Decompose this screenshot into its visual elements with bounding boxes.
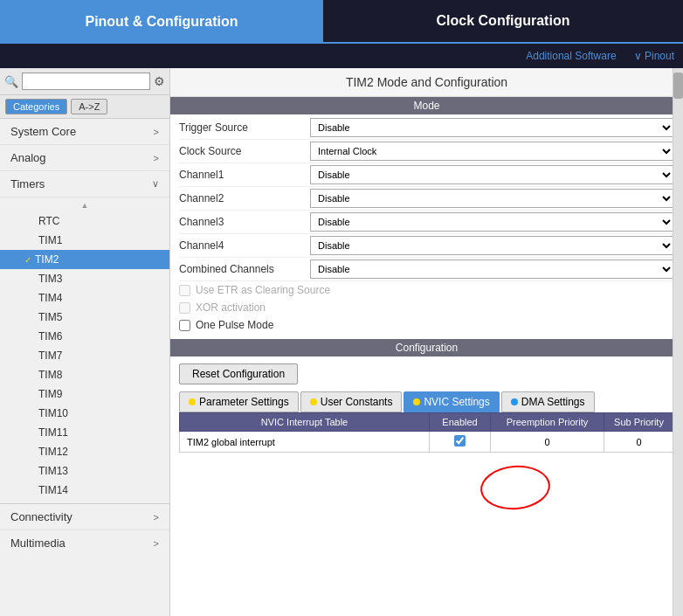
sidebar-sub-item-tim12[interactable]: TIM12 <box>0 442 169 461</box>
sidebar-sub-item-tim10[interactable]: TIM10 <box>0 404 169 423</box>
nvic-col-preemption: Preemption Priority <box>491 413 604 432</box>
sidebar-sub-item-tim7[interactable]: TIM7 <box>0 346 169 365</box>
config-label-2: Channel1 <box>179 169 310 181</box>
sidebar-sub-label-tim1: TIM1 <box>38 234 62 246</box>
reset-config-button[interactable]: Reset Configuration <box>179 363 298 384</box>
config-row-1: Clock SourceInternal Clock <box>179 140 674 163</box>
nvic-cell-enabled[interactable] <box>430 432 491 453</box>
config-select-1[interactable]: Internal Clock <box>310 142 674 161</box>
config-select-5[interactable]: Disable <box>310 236 674 255</box>
sidebar-sub-item-tim5[interactable]: TIM5 <box>0 308 169 327</box>
config-select-6[interactable]: Disable <box>310 260 674 279</box>
sidebar-item-multimedia-arrow: > <box>154 538 159 549</box>
nvic-enabled-checkbox[interactable] <box>454 435 466 446</box>
tab-parameter-label: Parameter Settings <box>199 396 289 408</box>
sidebar: 🔍 ⚙ Categories A->Z System Core > Analog… <box>0 68 170 616</box>
sidebar-sub-item-tim9[interactable]: TIM9 <box>0 384 169 404</box>
one-pulse-checkbox[interactable] <box>179 320 190 331</box>
sidebar-sub-label-tim5: TIM5 <box>38 311 62 323</box>
config-label-6: Combined Channels <box>179 263 310 275</box>
config-label-3: Channel2 <box>179 192 310 204</box>
pinout-link[interactable]: ∨ Pinout <box>634 50 674 62</box>
mode-section-header: Mode <box>170 97 683 114</box>
search-input[interactable] <box>22 73 150 90</box>
sidebar-sub-check-tim2: ✓ <box>24 255 31 265</box>
sidebar-sub-label-tim11: TIM11 <box>38 426 68 439</box>
sidebar-sub-label-tim7: TIM7 <box>38 350 62 362</box>
checkbox-one-pulse[interactable]: One Pulse Mode <box>179 316 674 334</box>
categories-button[interactable]: Categories <box>5 99 67 114</box>
scroll-up-icon: ▲ <box>81 201 89 210</box>
sidebar-sub-label-tim6: TIM6 <box>38 330 62 343</box>
sidebar-item-multimedia-label: Multimedia <box>10 536 66 550</box>
nvic-cell-sub-priority[interactable]: 0 <box>604 432 674 453</box>
tab-dma-settings[interactable]: DMA Settings <box>501 391 595 412</box>
config-select-0[interactable]: Disable <box>310 118 674 137</box>
sidebar-item-multimedia[interactable]: Multimedia > <box>0 529 169 556</box>
pinout-tab[interactable]: Pinout & Configuration <box>0 0 323 44</box>
tab-dot-parameter <box>189 398 196 405</box>
config-select-2[interactable]: Disable <box>310 165 674 184</box>
tab-user-constants[interactable]: User Constants <box>300 391 403 412</box>
clock-config-tab-label: Clock Configuration <box>437 13 570 29</box>
nvic-table: NVIC Interrupt Table Enabled Preemption … <box>179 412 674 453</box>
gear-icon[interactable]: ⚙ <box>154 74 165 88</box>
sidebar-item-system-core-label: System Core <box>10 125 76 138</box>
xor-checkbox[interactable] <box>179 302 190 314</box>
vertical-scrollbar[interactable] <box>673 68 683 616</box>
config-row-0: Trigger SourceDisable <box>179 116 674 140</box>
config-select-3[interactable]: Disable <box>310 189 674 208</box>
checkbox-etr[interactable]: Use ETR as Clearing Source <box>179 281 674 299</box>
sidebar-sub-label-tim8: TIM8 <box>38 369 62 381</box>
nvic-cell-name: TIM2 global interrupt <box>180 432 430 453</box>
sidebar-item-timers[interactable]: Timers ∨ <box>0 171 169 197</box>
config-rows: Trigger SourceDisableClock SourceInterna… <box>170 114 683 336</box>
sidebar-sub-item-tim3[interactable]: TIM3 <box>0 269 169 288</box>
sidebar-sub-label-rtc: RTC <box>38 215 59 227</box>
config-row-6: Combined ChannelsDisable <box>179 258 674 281</box>
content-title: TIM2 Mode and Configuration <box>170 68 683 97</box>
tab-dot-dma <box>511 398 518 405</box>
config-select-4[interactable]: Disable <box>310 212 674 232</box>
sidebar-item-analog-label: Analog <box>10 151 45 164</box>
tab-parameter-settings[interactable]: Parameter Settings <box>179 391 299 412</box>
tab-nvic-settings[interactable]: NVIC Settings <box>404 391 499 412</box>
additional-software-link[interactable]: Additional Software <box>526 50 616 62</box>
tab-dot-nvic <box>413 398 420 405</box>
sidebar-sub-item-tim2[interactable]: ✓TIM2 <box>0 250 169 269</box>
sidebar-sub-item-tim14[interactable]: TIM14 <box>0 481 169 500</box>
az-button[interactable]: A->Z <box>71 99 107 114</box>
sidebar-sub-item-tim6[interactable]: TIM6 <box>0 327 169 346</box>
nvic-col-interrupt: NVIC Interrupt Table <box>180 413 430 432</box>
sidebar-sub-label-tim2: TIM2 <box>35 253 59 266</box>
nvic-col-enabled: Enabled <box>430 413 491 432</box>
sidebar-sub-label-tim3: TIM3 <box>38 273 62 285</box>
sidebar-sub-item-tim8[interactable]: TIM8 <box>0 365 169 384</box>
search-icon: 🔍 <box>4 75 18 88</box>
one-pulse-label: One Pulse Mode <box>196 319 273 331</box>
config-row-4: Channel3Disable <box>179 211 674 234</box>
content-area: TIM2 Mode and Configuration Mode Trigger… <box>170 68 683 616</box>
etr-checkbox[interactable] <box>179 285 190 296</box>
sidebar-item-analog[interactable]: Analog > <box>0 145 169 171</box>
tab-dma-label: DMA Settings <box>521 396 585 408</box>
sidebar-sub-item-tim1[interactable]: TIM1 <box>0 231 169 250</box>
config-row-2: Channel1Disable <box>179 163 674 187</box>
sidebar-sub-item-tim13[interactable]: TIM13 <box>0 461 169 481</box>
nvic-col-sub-priority: Sub Priority <box>604 413 674 432</box>
sidebar-item-connectivity[interactable]: Connectivity > <box>0 503 169 529</box>
sidebar-sub-item-tim11[interactable]: TIM11 <box>0 423 169 442</box>
sidebar-sub-item-rtc[interactable]: RTC <box>0 211 169 231</box>
sidebar-item-system-core[interactable]: System Core > <box>0 119 169 145</box>
sidebar-item-connectivity-arrow: > <box>154 512 159 523</box>
sidebar-item-timers-label: Timers <box>10 177 45 190</box>
pinout-tab-label: Pinout & Configuration <box>85 14 238 30</box>
config-label-5: Channel4 <box>179 239 310 252</box>
nvic-cell-preemption[interactable]: 0 <box>491 432 604 453</box>
checkbox-xor[interactable]: XOR activation <box>179 299 674 316</box>
clock-config-tab[interactable]: Clock Configuration <box>323 0 683 44</box>
sidebar-sub-item-tim4[interactable]: TIM4 <box>0 288 169 308</box>
tab-dot-user-constants <box>310 398 317 405</box>
sidebar-sub-label-tim10: TIM10 <box>38 407 68 419</box>
sidebar-sub-label-tim12: TIM12 <box>38 446 68 458</box>
